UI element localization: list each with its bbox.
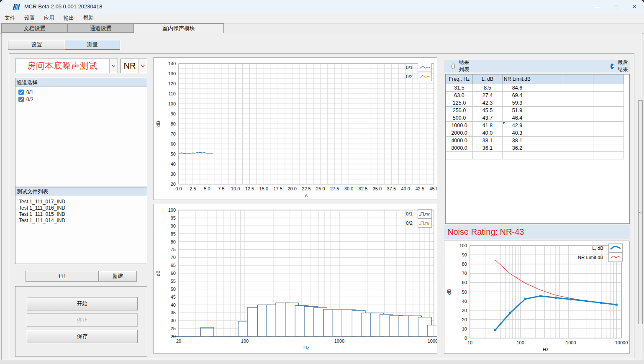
tab-document-settings[interactable]: 文档设置	[1, 23, 68, 33]
legend-label: 0/1	[406, 211, 413, 216]
nr-result-chart: L, dB NR Limit,dB 1010010001000001020304…	[444, 241, 630, 354]
table-row[interactable]: 31.58.584.6	[446, 84, 624, 92]
subtab-settings[interactable]: 设置	[8, 40, 65, 50]
menu-apply[interactable]: 应用	[39, 13, 59, 23]
window-bottom-edge	[0, 360, 644, 364]
table-cell: 43.7	[473, 114, 503, 122]
channel-select-header: 通道选择	[15, 78, 147, 87]
noise-rating-value: Noise Rating: NR-43	[447, 227, 524, 237]
results-table[interactable]: Freq., HzL, dBNR Limit,dB 31.58.584.663.…	[445, 74, 630, 224]
table-cell: 8000.0	[446, 144, 473, 152]
svg-text:10000: 10000	[615, 340, 628, 345]
table-row[interactable]: 500.043.746.4	[446, 114, 624, 122]
rating-standard-combobox[interactable]: NR	[121, 59, 147, 73]
table-row[interactable]: 4000.038.138.1	[446, 137, 624, 144]
table-cell: 63.0	[446, 92, 473, 99]
svg-text:60: 60	[462, 280, 467, 285]
checkbox-checked-icon[interactable]	[18, 97, 24, 102]
table-cell	[563, 99, 593, 107]
table-cell: 59.3	[503, 99, 532, 107]
table-cell	[563, 129, 593, 137]
table-cell: 36.1	[473, 144, 503, 152]
new-file-button[interactable]: 新建	[99, 271, 137, 282]
table-row[interactable]: 125.042.359.3	[446, 99, 624, 107]
test-file-item[interactable]: Test 1_111_017_IND	[15, 199, 147, 205]
bar-series-icon	[418, 218, 432, 228]
table-cell: 84.6	[503, 84, 532, 92]
main-tab-strip: 文档设置 通道设置 室内噪声模块	[0, 23, 644, 33]
table-cell	[593, 137, 624, 144]
table-row[interactable]: 2000.040.040.3	[446, 129, 624, 137]
svg-text:30.0: 30.0	[344, 186, 353, 191]
table-row[interactable]: 250.045.551.9	[446, 107, 624, 114]
test-file-item[interactable]: Test 1_111_015_IND	[15, 211, 147, 218]
radio-result-list-label[interactable]: 结果列表	[459, 59, 471, 73]
channel-item-0/1[interactable]: 0/1	[15, 89, 147, 96]
minimize-button[interactable]: —	[588, 0, 607, 13]
menu-settings[interactable]: 设置	[20, 13, 39, 23]
test-type-value: 房间本底噪声测试	[15, 59, 109, 73]
channel-list: 0/10/2	[15, 87, 147, 187]
table-row[interactable]	[446, 152, 624, 159]
radio-last-result-label[interactable]: 最后结果	[618, 59, 630, 73]
panel-collapse-splitter[interactable]: <	[638, 100, 643, 324]
svg-text:7.5: 7.5	[218, 186, 224, 191]
svg-text:75: 75	[171, 247, 176, 252]
bar-series-icon	[418, 209, 432, 218]
chevron-down-icon[interactable]	[109, 59, 118, 73]
table-cell: 69.4	[503, 92, 532, 99]
table-cell	[503, 152, 532, 159]
file-name-input[interactable]	[26, 271, 99, 282]
svg-text:70: 70	[171, 131, 176, 136]
chevron-down-icon[interactable]	[139, 59, 147, 73]
legend-label: 0/2	[406, 220, 413, 226]
svg-text:40: 40	[171, 302, 176, 308]
menu-file[interactable]: 文件	[0, 13, 20, 23]
test-file-item[interactable]: Test 1_111_016_IND	[15, 205, 147, 211]
application: MCR Beta 2.05.0.001 20230418 — □ ✕ 文件 设置…	[0, 0, 644, 364]
table-cell	[532, 107, 563, 114]
test-file-item[interactable]: Test 1_111_014_IND	[15, 218, 147, 224]
table-header: L, dB	[473, 74, 503, 84]
start-button[interactable]: 开始	[27, 297, 138, 310]
stop-button[interactable]: 停止	[27, 313, 138, 327]
table-cell: 45.5	[473, 107, 503, 114]
svg-text:0.0: 0.0	[175, 186, 182, 191]
spectrum-chart-canvas: 2010010001000020253035404550556065707580…	[154, 204, 437, 353]
test-type-combobox[interactable]: 房间本底噪声测试	[15, 59, 118, 73]
svg-text:22.5: 22.5	[302, 186, 310, 191]
save-button[interactable]: 保存	[27, 330, 138, 343]
radio-result-list[interactable]	[452, 64, 455, 69]
table-cell: 8.5	[473, 84, 503, 92]
subtab-measure[interactable]: 测量	[65, 40, 120, 50]
channel-item-0/2[interactable]: 0/2	[15, 96, 147, 103]
nr-chart-legend: L, dB NR Limit,dB	[578, 244, 623, 262]
svg-text:55: 55	[171, 279, 176, 284]
tab-indoor-noise-module[interactable]: 室内噪声模块	[133, 23, 224, 33]
table-row[interactable]: 63.027.469.4	[446, 92, 624, 99]
menu-help[interactable]: 帮助	[79, 13, 98, 23]
table-cell	[532, 84, 563, 92]
table-cell	[532, 99, 563, 107]
table-cell: 42.9	[503, 122, 532, 129]
svg-text:90: 90	[171, 223, 176, 228]
table-cell: 2000.0	[446, 129, 473, 137]
checkbox-checked-icon[interactable]	[18, 90, 24, 95]
noise-rating-banner: Noise Rating: NR-43	[444, 225, 630, 239]
result-view-switch: 结果列表 最后结果	[444, 60, 630, 72]
svg-text:10.0: 10.0	[231, 186, 240, 191]
close-button[interactable]: ✕	[625, 0, 644, 13]
channel-label: 0/1	[26, 90, 33, 95]
table-cell	[473, 152, 503, 159]
maximize-button[interactable]: □	[607, 0, 626, 13]
menu-output[interactable]: 输出	[59, 13, 79, 23]
table-cell: 31.5	[446, 84, 473, 92]
tab-channel-settings[interactable]: 通道设置	[67, 23, 134, 33]
radio-last-result[interactable]	[611, 64, 614, 69]
svg-text:37.5: 37.5	[387, 186, 396, 191]
svg-text:20: 20	[462, 317, 467, 322]
table-cell	[593, 99, 624, 107]
table-cell	[563, 144, 593, 152]
table-row[interactable]: 8000.036.136.2	[446, 144, 624, 152]
table-row[interactable]: 1000.041.842.9	[446, 122, 624, 129]
